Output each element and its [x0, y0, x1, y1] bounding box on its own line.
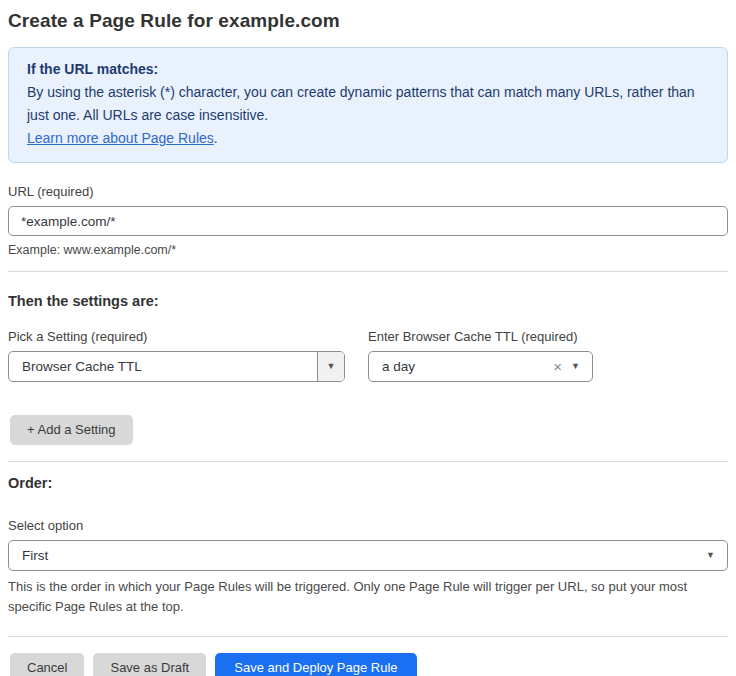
- setting-select-label: Pick a Setting (required): [8, 329, 345, 344]
- order-heading: Order:: [8, 475, 728, 491]
- divider: [8, 636, 728, 637]
- ttl-select-label: Enter Browser Cache TTL (required): [368, 329, 593, 344]
- setting-select[interactable]: Browser Cache TTL ▼: [8, 351, 345, 382]
- info-box-text: By using the asterisk (*) character, you…: [27, 84, 695, 123]
- order-select-label: Select option: [8, 518, 728, 533]
- clear-icon[interactable]: ×: [553, 359, 571, 374]
- chevron-down-icon: ▼: [327, 362, 336, 371]
- divider: [8, 461, 728, 462]
- cancel-button[interactable]: Cancel: [10, 653, 84, 676]
- footer-buttons: Cancel Save as Draft Save and Deploy Pag…: [8, 653, 728, 676]
- info-box-body: By using the asterisk (*) character, you…: [27, 81, 709, 150]
- save-draft-button[interactable]: Save as Draft: [93, 653, 206, 676]
- url-input[interactable]: [8, 206, 728, 236]
- learn-more-link[interactable]: Learn more about Page Rules: [27, 130, 214, 146]
- divider: [8, 271, 728, 272]
- ttl-select-column: Enter Browser Cache TTL (required) a day…: [368, 309, 593, 382]
- order-helper-text: This is the order in which your Page Rul…: [8, 577, 728, 617]
- settings-row: Pick a Setting (required) Browser Cache …: [8, 309, 728, 382]
- url-helper-text: Example: www.example.com/*: [8, 243, 728, 257]
- ttl-select-value: a day: [369, 359, 553, 374]
- order-select[interactable]: First ▼: [8, 540, 728, 571]
- ttl-select[interactable]: a day × ▼: [368, 351, 593, 382]
- chevron-down-icon: ▼: [571, 362, 592, 371]
- info-box-heading: If the URL matches:: [27, 58, 709, 81]
- chevron-down-icon: ▼: [706, 551, 727, 560]
- order-select-value: First: [9, 548, 706, 563]
- setting-select-value: Browser Cache TTL: [9, 359, 317, 374]
- url-match-info-box: If the URL matches: By using the asteris…: [8, 47, 728, 163]
- page-rule-form: Create a Page Rule for example.com If th…: [0, 0, 736, 676]
- settings-heading: Then the settings are:: [8, 293, 728, 309]
- save-deploy-button[interactable]: Save and Deploy Page Rule: [215, 653, 416, 676]
- setting-select-column: Pick a Setting (required) Browser Cache …: [8, 309, 345, 382]
- page-title: Create a Page Rule for example.com: [8, 10, 728, 32]
- link-period: .: [214, 130, 218, 146]
- add-setting-row: + Add a Setting: [8, 415, 728, 445]
- url-label: URL (required): [8, 184, 728, 199]
- add-setting-button[interactable]: + Add a Setting: [10, 415, 133, 445]
- setting-select-caret-section[interactable]: ▼: [317, 352, 344, 381]
